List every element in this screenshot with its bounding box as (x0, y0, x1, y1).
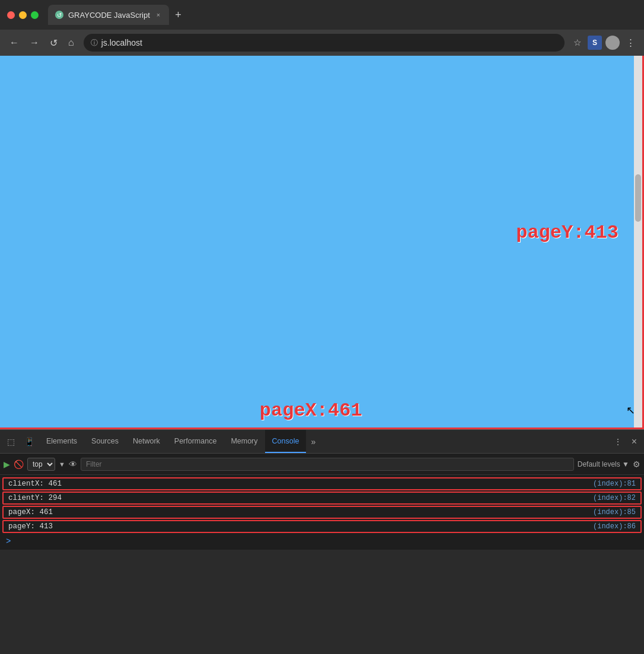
extension-icon[interactable]: S (588, 36, 602, 50)
scrollbar-thumb[interactable] (635, 174, 641, 222)
console-link-pagey[interactable]: (index):86 (593, 522, 636, 531)
window-controls (7, 11, 39, 19)
close-button[interactable] (7, 11, 15, 19)
reload-button[interactable]: ↺ (46, 35, 61, 51)
console-clear-button[interactable]: 🚫 (14, 460, 24, 469)
console-link-clientx[interactable]: (index):81 (593, 480, 636, 488)
devtools-tabs: ⬚ 📱 Elements Sources Network Performance… (0, 430, 644, 454)
home-button[interactable]: ⌂ (65, 35, 78, 50)
console-text-pagex: pageX: 461 (8, 508, 53, 516)
cursor-indicator: ↖ (626, 404, 635, 417)
console-row-pagex: pageX: 461 (index):85 (2, 506, 642, 519)
console-text-pagey: pageY: 413 (8, 522, 53, 531)
browser-tab[interactable]: ↺ GRAYCODE JavaScript × (48, 5, 169, 25)
bookmark-button[interactable]: ☆ (570, 36, 584, 50)
menu-button[interactable]: ⋮ (623, 36, 638, 50)
tab-area: ↺ GRAYCODE JavaScript × + (48, 5, 637, 25)
webpage-content[interactable]: pageY:413 pageX:461 ↖ (0, 56, 644, 429)
nav-right: ☆ S ⋮ (570, 36, 638, 50)
minimize-button[interactable] (19, 11, 27, 19)
nav-bar: ← → ↺ ⌂ ⓘ js.localhost ☆ S ⋮ (0, 30, 644, 56)
page-x-label: pageX:461 (260, 400, 362, 422)
title-bar: ↺ GRAYCODE JavaScript × + (0, 0, 644, 30)
console-text-clientx: clientX: 461 (8, 480, 62, 488)
page-y-label: pageY:413 (516, 222, 619, 244)
more-tabs-button[interactable]: » (306, 430, 320, 453)
devtools-options-button[interactable]: ⋮ (609, 431, 627, 452)
default-levels-button[interactable]: Default levels ▼ (578, 460, 629, 468)
info-icon: ⓘ (91, 38, 98, 48)
back-button[interactable]: ← (6, 35, 23, 50)
context-selector[interactable]: top (27, 458, 55, 471)
console-output: clientX: 461 (index):81 clientY: 294 (in… (0, 475, 644, 550)
maximize-button[interactable] (31, 11, 39, 19)
tab-console[interactable]: Console (265, 430, 307, 453)
tab-label: GRAYCODE JavaScript (68, 11, 150, 20)
console-filter-input[interactable] (81, 458, 574, 471)
console-prompt[interactable]: > (0, 534, 644, 548)
console-link-clienty[interactable]: (index):82 (593, 494, 636, 502)
devtools-device-button[interactable]: 📱 (20, 431, 39, 452)
tab-memory[interactable]: Memory (224, 430, 264, 453)
tab-close-button[interactable]: × (155, 11, 162, 19)
prompt-symbol: > (6, 537, 11, 546)
tab-sources[interactable]: Sources (84, 430, 126, 453)
console-toolbar: ▶ 🚫 top ▼ 👁 Default levels ▼ ⚙ (0, 454, 644, 475)
devtools-panel: ⬚ 📱 Elements Sources Network Performance… (0, 429, 644, 550)
console-link-pagex[interactable]: (index):85 (593, 508, 636, 516)
devtools-inspect-button[interactable]: ⬚ (2, 431, 20, 452)
dropdown-arrow-icon: ▼ (59, 461, 65, 468)
console-row-pagey: pageY: 413 (index):86 (2, 520, 642, 533)
console-eye-button[interactable]: 👁 (69, 460, 77, 469)
url-text: js.localhost (101, 38, 557, 47)
tab-performance[interactable]: Performance (167, 430, 224, 453)
scrollbar-track (634, 56, 642, 428)
devtools-close-button[interactable]: × (627, 435, 642, 448)
console-row-clienty: clientY: 294 (index):82 (2, 492, 642, 505)
forward-button[interactable]: → (26, 35, 43, 50)
console-row-clientx: clientX: 461 (index):81 (2, 477, 642, 490)
console-text-clienty: clientY: 294 (8, 494, 62, 502)
profile-avatar[interactable] (605, 36, 620, 50)
tab-elements[interactable]: Elements (39, 430, 84, 453)
console-run-button[interactable]: ▶ (4, 460, 10, 469)
tab-favicon: ↺ (55, 11, 63, 19)
console-settings-button[interactable]: ⚙ (633, 460, 640, 469)
tab-network[interactable]: Network (126, 430, 167, 453)
new-tab-button[interactable]: + (171, 8, 185, 23)
address-bar[interactable]: ⓘ js.localhost (84, 34, 565, 52)
